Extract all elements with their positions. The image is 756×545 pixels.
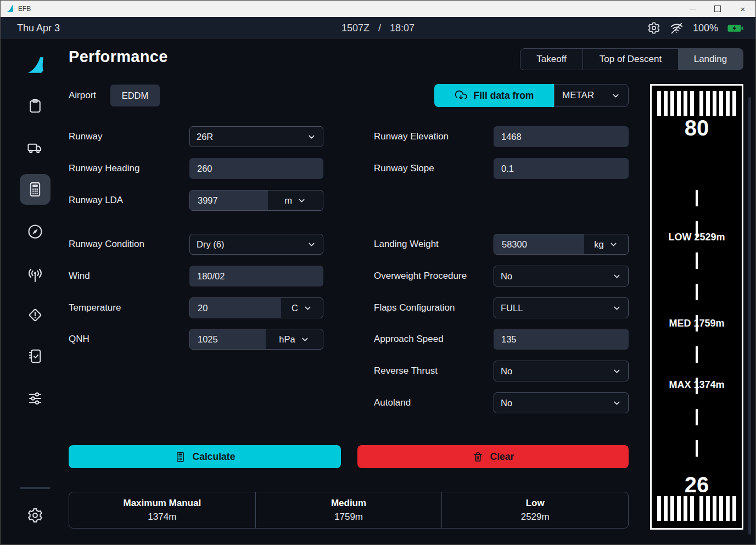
window-titlebar[interactable]: EFB × — [1, 1, 755, 17]
qnh-unit-select[interactable]: hPa — [266, 329, 323, 349]
tab-takeoff[interactable]: Takeoff — [520, 49, 583, 70]
runway-slope-input[interactable]: 0.1 — [494, 158, 629, 179]
tab-top-of-descent[interactable]: Top of Descent — [583, 49, 678, 70]
calculate-button[interactable]: Calculate — [69, 445, 341, 468]
landing-distance-results: Maximum Manual 1374m Medium 1759m Low 25… — [69, 492, 629, 529]
chevron-down-icon — [303, 304, 312, 313]
scrollbar[interactable] — [748, 97, 751, 535]
reverse-thrust-select[interactable]: No — [494, 361, 629, 381]
runway-lda-unit-select[interactable]: m — [268, 190, 323, 210]
chevron-down-icon — [307, 132, 316, 142]
sidebar-item-atc[interactable] — [20, 260, 51, 291]
settings-gear-icon[interactable] — [647, 21, 660, 35]
clear-button[interactable]: Clear — [357, 445, 629, 468]
result-value: 1759m — [334, 512, 363, 522]
landing-weight-label: Landing Weight — [374, 234, 439, 255]
sidebar-item-ground-services[interactable] — [20, 132, 51, 163]
flaps-configuration-value: FULL — [501, 303, 523, 313]
runway-stripe — [699, 496, 703, 521]
landing-weight-unit-select[interactable]: kg — [584, 234, 628, 254]
chevron-down-icon — [307, 240, 316, 249]
close-button[interactable]: × — [730, 1, 755, 17]
clipboard-icon — [27, 98, 43, 114]
antenna-icon — [27, 267, 43, 284]
window-controls: × — [680, 1, 755, 17]
runway-stripe — [690, 496, 694, 521]
runway-stripe — [699, 91, 703, 116]
sidebar-item-dispatch[interactable] — [20, 383, 51, 414]
qnh-input[interactable]: 1025 — [190, 329, 266, 349]
chevron-down-icon — [609, 240, 618, 249]
overweight-procedure-select[interactable]: No — [494, 266, 629, 286]
runway-condition-select[interactable]: Dry (6) — [189, 234, 323, 255]
sidebar-item-performance[interactable] — [20, 174, 51, 205]
runway-lda-unit: m — [284, 195, 292, 206]
autoland-select[interactable]: No — [494, 392, 629, 413]
performance-tab-group: Takeoff Top of Descent Landing — [520, 48, 743, 70]
result-header: Low — [526, 498, 545, 509]
landing-weight-input[interactable]: 58300 — [494, 234, 584, 254]
runway-slope-label: Runway Slope — [374, 158, 434, 179]
approach-speed-label: Approach Speed — [374, 329, 444, 350]
minimize-button[interactable] — [680, 1, 705, 17]
sidebar-divider — [20, 487, 51, 489]
chevron-down-icon — [297, 196, 306, 205]
status-clock: 1507Z / 18:07 — [1, 17, 755, 39]
temperature-label: Temperature — [69, 297, 121, 318]
wifi-off-icon — [670, 21, 684, 35]
fill-source-select[interactable]: METAR — [554, 84, 629, 107]
status-bar: Thu Apr 3 1507Z / 18:07 100% — [1, 17, 755, 39]
overweight-procedure-label: Overweight Procedure — [374, 266, 467, 286]
temperature-input[interactable]: 20 — [190, 298, 281, 318]
gear-icon — [27, 507, 43, 524]
runway-elevation-input[interactable]: 1468 — [494, 126, 629, 147]
calculate-label: Calculate — [193, 451, 236, 463]
airport-input[interactable]: EDDM — [110, 85, 160, 106]
local-time: 18:07 — [390, 23, 415, 34]
checklist-icon — [27, 348, 43, 364]
sidebar-item-checklists[interactable] — [20, 341, 51, 372]
flaps-configuration-select[interactable]: FULL — [494, 297, 629, 318]
alert-diamond-icon — [27, 307, 43, 323]
result-medium: Medium 1759m — [255, 492, 442, 528]
sidebar-item-navigation[interactable] — [20, 216, 51, 247]
runway-lda-input[interactable]: 3997 — [190, 190, 268, 210]
result-value: 1374m — [148, 512, 176, 522]
runway-stripe — [706, 496, 710, 521]
chevron-down-icon — [300, 335, 310, 344]
autoland-label: Autoland — [374, 392, 411, 413]
runway-elevation-label: Runway Elevation — [374, 126, 449, 147]
med-distance-marker: MED 1759m — [652, 317, 742, 329]
runway-stripe — [670, 91, 674, 116]
runway-select[interactable]: 26R — [189, 126, 323, 147]
runway-stripe — [726, 91, 730, 116]
qnh-field: 1025 hPa — [189, 329, 323, 350]
temperature-unit: C — [292, 303, 298, 313]
runway-heading-label: Runway Heading — [69, 158, 139, 179]
approach-speed-input[interactable]: 135 — [494, 329, 629, 350]
runway-stripe — [719, 496, 723, 521]
sidebar-item-flight-clipboard[interactable] — [20, 91, 51, 121]
fill-data-from-button[interactable]: Fill data from — [434, 84, 554, 107]
tab-landing[interactable]: Landing — [678, 49, 743, 70]
temperature-field: 20 C — [189, 297, 323, 318]
sliders-icon — [27, 390, 43, 407]
maximize-button[interactable] — [705, 1, 730, 17]
stripe-group — [699, 91, 736, 116]
wind-input[interactable]: 180/02 — [189, 266, 323, 286]
reverse-thrust-value: No — [501, 366, 512, 377]
runway-stripe — [677, 496, 681, 521]
runway-heading-input[interactable]: 260 — [189, 158, 323, 179]
sidebar-item-failures[interactable] — [20, 300, 51, 330]
minimize-icon — [690, 9, 696, 9]
cloud-download-icon — [455, 89, 467, 102]
sidebar-item-settings[interactable] — [20, 500, 51, 531]
landing-weight-field: 58300 kg — [494, 234, 629, 255]
temperature-unit-select[interactable]: C — [281, 298, 323, 318]
runway-label: Runway — [69, 126, 102, 147]
runway-condition-label: Runway Condition — [69, 234, 144, 255]
runway-stripe — [684, 91, 687, 116]
runway-threshold-stripes-far — [652, 91, 742, 116]
result-header: Medium — [331, 498, 366, 509]
overweight-procedure-value: No — [501, 271, 512, 282]
